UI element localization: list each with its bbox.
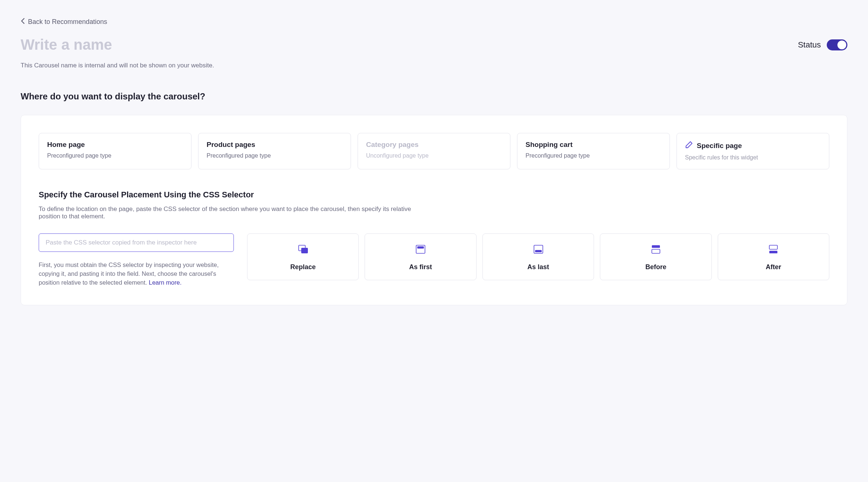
learn-more-link[interactable]: Learn more.: [149, 279, 182, 286]
tile-sub: Specific rules for this widget: [685, 154, 821, 161]
tile-sub: Preconfigured page type: [526, 152, 661, 159]
tile-title: Home page: [47, 141, 183, 149]
after-icon: [768, 244, 779, 256]
placement-heading: Specify the Carousel Placement Using the…: [39, 190, 829, 200]
position-options: Replace As first: [247, 233, 829, 280]
name-help-text: This Carousel name is internal and will …: [21, 62, 847, 69]
as-first-icon: [415, 244, 426, 256]
svg-rect-6: [652, 245, 660, 248]
display-card: Home page Preconfigured page type Produc…: [21, 115, 847, 305]
tile-title: Product pages: [207, 141, 342, 149]
svg-rect-5: [535, 250, 542, 252]
toggle-knob: [837, 41, 846, 49]
position-label: Before: [645, 263, 666, 271]
position-label: As last: [527, 263, 549, 271]
position-label: Replace: [290, 263, 316, 271]
chevron-left-icon: [21, 18, 25, 26]
position-after[interactable]: After: [718, 233, 829, 280]
page-type-cart[interactable]: Shopping cart Preconfigured page type: [517, 133, 670, 169]
position-replace[interactable]: Replace: [247, 233, 359, 280]
svg-rect-9: [769, 251, 777, 253]
position-before[interactable]: Before: [600, 233, 711, 280]
tile-sub: Unconfigured page type: [366, 152, 502, 159]
page-type-specific[interactable]: Specific page Specific rules for this wi…: [677, 133, 829, 169]
replace-icon: [298, 244, 309, 256]
tile-title: Specific page: [685, 141, 821, 151]
svg-rect-7: [652, 249, 660, 253]
status-label: Status: [798, 40, 821, 50]
tile-title: Shopping cart: [526, 141, 661, 149]
svg-rect-8: [769, 245, 777, 249]
page-type-product[interactable]: Product pages Preconfigured page type: [198, 133, 351, 169]
back-link-label: Back to Recommendations: [28, 18, 107, 26]
page-type-options: Home page Preconfigured page type Produc…: [39, 133, 829, 169]
position-label: After: [766, 263, 781, 271]
tile-sub: Preconfigured page type: [207, 152, 342, 159]
tile-title: Category pages: [366, 141, 502, 149]
css-selector-input[interactable]: [39, 233, 234, 252]
svg-rect-3: [417, 246, 424, 249]
page-type-home[interactable]: Home page Preconfigured page type: [39, 133, 191, 169]
pencil-icon: [685, 141, 693, 151]
placement-description: To define the location on the page, past…: [39, 205, 429, 220]
position-as-first[interactable]: As first: [365, 233, 476, 280]
position-as-last[interactable]: As last: [482, 233, 594, 280]
page-type-category[interactable]: Category pages Unconfigured page type: [358, 133, 510, 169]
status-toggle[interactable]: [827, 39, 847, 50]
position-label: As first: [409, 263, 432, 271]
tile-sub: Preconfigured page type: [47, 152, 183, 159]
as-last-icon: [533, 244, 544, 256]
before-icon: [650, 244, 661, 256]
display-section-heading: Where do you want to display the carouse…: [21, 91, 847, 102]
selector-help-text: First, you must obtain the CSS selector …: [39, 261, 230, 287]
carousel-name-input[interactable]: [21, 36, 517, 53]
status-control: Status: [798, 39, 847, 50]
svg-rect-1: [301, 248, 308, 253]
back-to-recommendations-link[interactable]: Back to Recommendations: [21, 18, 107, 26]
